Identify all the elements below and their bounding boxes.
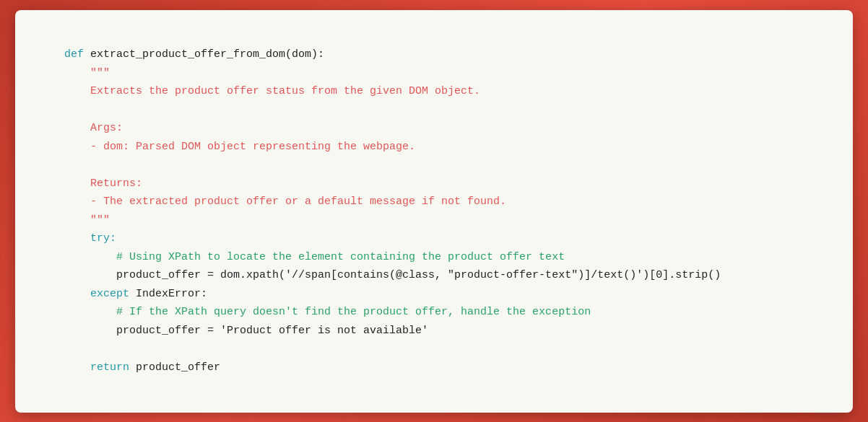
docstring-args-label: Args: [64, 122, 123, 134]
except-error: IndexError: [136, 288, 207, 300]
keyword-def: def [64, 48, 90, 61]
code-xpath: product_offer = dom.xpath('//span[contai… [64, 269, 721, 281]
comment-xpath: # Using XPath to locate the element cont… [64, 251, 565, 263]
keyword-try: try: [64, 232, 116, 245]
docstring-line1: Extracts the product offer status from t… [64, 85, 480, 97]
code-default-offer: product_offer = 'Product offer is not av… [64, 325, 428, 337]
comment-if-notfound: # If the XPath query doesn't find the pr… [64, 306, 591, 318]
code-editor: def extract_product_offer_from_dom(dom):… [15, 10, 853, 413]
docstring-returns-label: Returns: [64, 177, 142, 190]
code-content: def extract_product_offer_from_dom(dom):… [38, 27, 830, 395]
function-name: extract_product_offer_from_dom(dom): [90, 48, 324, 61]
docstring-close: """ [64, 214, 110, 227]
docstring-args-dom: - dom: Parsed DOM object representing th… [64, 141, 415, 153]
docstring-returns-text: - The extracted product offer or a defau… [64, 195, 506, 208]
return-value: product_offer [136, 361, 220, 374]
keyword-except: except [64, 288, 136, 300]
docstring-open: """ [64, 67, 110, 79]
keyword-return: return [64, 361, 136, 374]
